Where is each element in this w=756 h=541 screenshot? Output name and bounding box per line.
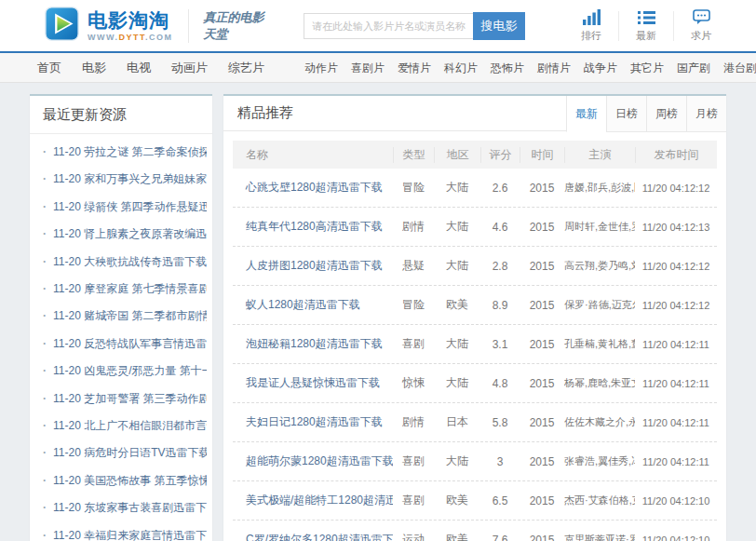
region-cell: 大陆 <box>434 453 480 469</box>
resource-link[interactable]: 11-20 家和万事兴之兄弟姐妹家庭情感... <box>53 172 207 185</box>
quicklink-label: 求片 <box>691 29 711 43</box>
type-cell: 运动 <box>393 532 434 541</box>
search-input[interactable] <box>304 13 473 39</box>
pubdate-cell: 11/20 04:12:10 <box>635 534 717 541</box>
region-cell: 欧美 <box>434 297 480 313</box>
tab-inactive[interactable]: 周榜 <box>646 96 686 132</box>
resource-link[interactable]: 11-20 大秧歌抗战传奇迅雷下载 <box>53 255 207 268</box>
list-item: 11-20 摩登家庭 第七季情景喜剧迅雷 <box>43 276 207 303</box>
pubdate-cell: 11/20 04:12:12 <box>635 183 717 194</box>
movie-title-link[interactable]: 我是证人悬疑惊悚迅雷下载 <box>233 375 393 391</box>
list-item: 11-20 家和万事兴之兄弟姐妹家庭情感... <box>43 166 207 193</box>
resource-link[interactable]: 11-20 幸福归来家庭言情迅雷下载 <box>53 529 207 541</box>
region-cell: 大陆 <box>434 336 480 352</box>
column-header: 地区 <box>434 147 480 163</box>
movie-title-link[interactable]: 心跳戈壁1280超清迅雷下载 <box>233 180 393 196</box>
region-cell: 欧美 <box>434 532 480 541</box>
recent-updates-list: 11-20 劳拉之谜 第二季命案侦探迅雷11-20 家和万事兴之兄弟姐妹家庭情感… <box>30 134 212 541</box>
recent-updates-title: 最近更新资源 <box>30 96 212 134</box>
resource-link[interactable]: 11-20 绿箭侠 第四季动作悬疑迅雷下 <box>53 200 207 213</box>
resource-link[interactable]: 11-20 美国恐怖故事 第五季惊悚悬疑 <box>53 474 207 487</box>
latest-list-icon <box>638 9 655 25</box>
nav-primary-link[interactable]: 综艺片 <box>228 61 264 74</box>
resource-link[interactable]: 11-20 病危时分日语TV迅雷下载 <box>53 446 207 459</box>
column-header: 评分 <box>480 147 520 163</box>
resource-link[interactable]: 11-20 凶鬼恶灵/邪恶力量 第十一季魔... <box>53 364 207 377</box>
year-cell: 2015 <box>520 534 564 541</box>
resource-link[interactable]: 11-20 摩登家庭 第七季情景喜剧迅雷 <box>53 282 207 295</box>
tab-inactive[interactable]: 日榜 <box>606 96 646 132</box>
year-cell: 2015 <box>520 338 564 351</box>
nav-genre-link[interactable]: 剧情片 <box>537 61 571 74</box>
stars-cell: 杨幂,鹿晗,朱亚文,王景春,刘芮麟 <box>564 376 635 390</box>
nav-genre-link[interactable]: 战争片 <box>584 61 617 74</box>
type-cell: 剧情 <box>393 414 434 430</box>
quicklink-ranking[interactable]: 排行 <box>564 9 618 43</box>
nav-genre-link[interactable]: 喜剧片 <box>351 61 385 74</box>
nav-genres-group: 动作片喜剧片爱情片科幻片恐怖片剧情片战争片其它片国产剧港台剧欧美剧日韩剧 <box>298 59 756 76</box>
type-cell: 喜剧 <box>393 336 434 352</box>
score-cell: 7.6 <box>480 534 520 541</box>
movie-title-link[interactable]: C罗/罗纳尔多1280超清迅雷下载 <box>233 532 393 541</box>
search-movie-button[interactable]: 搜电影 <box>473 12 525 40</box>
nav-genre-link[interactable]: 恐怖片 <box>491 61 524 74</box>
table-row: 人皮拼图1280超清迅雷下载悬疑大陆2.82015高云翔,娄乃鸣,刘言语,马少骅… <box>233 247 717 286</box>
nav-genre-link[interactable]: 科幻片 <box>444 61 478 74</box>
movie-title-link[interactable]: 美式极端/超能特工1280超清迅雷 <box>233 493 393 508</box>
play-triangle-logo-icon <box>45 7 79 45</box>
movie-title-link[interactable]: 泡妞秘籍1280超清迅雷下载 <box>233 336 393 352</box>
nav-genre-link[interactable]: 国产剧 <box>677 61 710 74</box>
column-header: 时间 <box>520 147 564 163</box>
nav-genre-link[interactable]: 动作片 <box>304 61 338 74</box>
main-column: 精品推荐 最新日榜周榜月榜 名称类型地区评分时间主演发布时间 心跳戈壁1280超… <box>223 94 726 541</box>
resource-link[interactable]: 11-20 北上广不相信眼泪都市言情迅雷... <box>53 419 207 432</box>
pubdate-cell: 11/20 04:12:12 <box>635 261 717 272</box>
resource-link[interactable]: 11-20 芝加哥警署 第三季动作剧情迅 <box>53 392 207 405</box>
table-row: 纯真年代1280高清迅雷下载剧情大陆4.62015周时轩,金世佳,罗湘晋,刘宣迪… <box>233 208 717 247</box>
nav-primary-link[interactable]: 电影 <box>82 61 106 74</box>
quicklink-latest[interactable]: 最新 <box>619 9 673 43</box>
region-cell: 欧美 <box>434 493 480 508</box>
search-bar: 搜电影 <box>304 12 525 40</box>
region-cell: 日本 <box>434 414 480 430</box>
stars-cell: 克里斯蒂亚诺·罗纳尔多, <box>564 533 635 541</box>
nav-genre-link[interactable]: 港台剧 <box>723 61 756 74</box>
movie-title-link[interactable]: 人皮拼图1280超清迅雷下载 <box>233 258 393 274</box>
score-cell: 2.8 <box>480 260 520 273</box>
movie-title-link[interactable]: 夫妇日记1280超清迅雷下载 <box>233 414 393 430</box>
resource-link[interactable]: 11-20 赌城帝国 第二季都市剧情迅雷 <box>53 309 207 322</box>
stars-cell: 孔垂楠,黄礼格,董玉峰,贾征宇,李 <box>564 337 635 351</box>
resource-link[interactable]: 11-20 反恐特战队军事言情迅雷下载 <box>53 337 207 350</box>
nav-primary-link[interactable]: 动画片 <box>171 61 208 74</box>
main-nav: 首页电影电视动画片综艺片 动作片喜剧片爱情片科幻片恐怖片剧情片战争片其它片国产剧… <box>0 53 756 83</box>
site-title: 电影淘淘 <box>88 10 173 30</box>
quicklink-request[interactable]: 求片 <box>674 9 728 43</box>
logo-text: 电影淘淘 WWW.DYTT.COM <box>88 10 173 42</box>
nav-genre-link[interactable]: 爱情片 <box>398 61 431 74</box>
tab-inactive[interactable]: 月榜 <box>686 96 726 132</box>
nav-genre-link[interactable]: 其它片 <box>630 61 664 74</box>
resource-link[interactable]: 11-20 肾上腺素之夜原著改编迅雷下载 <box>53 227 207 240</box>
table-header-row: 名称类型地区评分时间主演发布时间 <box>233 141 717 169</box>
list-item: 11-20 反恐特战队军事言情迅雷下载 <box>43 331 207 358</box>
movie-title-link[interactable]: 超能萌尔蒙1280超清迅雷下载 <box>233 453 393 469</box>
movie-title-link[interactable]: 蚁人1280超清迅雷下载 <box>233 297 393 313</box>
column-header: 类型 <box>393 147 434 163</box>
column-header: 发布时间 <box>635 147 717 163</box>
nav-primary-link[interactable]: 首页 <box>37 61 61 74</box>
resource-link[interactable]: 11-20 劳拉之谜 第二季命案侦探迅雷 <box>53 145 207 158</box>
movie-title-link[interactable]: 纯真年代1280高清迅雷下载 <box>233 219 393 235</box>
list-item: 11-20 幸福归来家庭言情迅雷下载 <box>43 522 207 541</box>
pubdate-cell: 11/20 04:12:12 <box>635 300 717 311</box>
site-logo[interactable]: 电影淘淘 WWW.DYTT.COM <box>45 7 173 45</box>
year-cell: 2015 <box>520 416 564 429</box>
list-item: 11-20 东坡家事古装喜剧迅雷下载 <box>43 494 207 521</box>
score-cell: 3 <box>480 455 520 468</box>
tab-active[interactable]: 最新 <box>566 96 606 132</box>
resource-link[interactable]: 11-20 东坡家事古装喜剧迅雷下载 <box>53 501 207 514</box>
stars-cell: 周时轩,金世佳,罗湘晋,刘宣迪,严 <box>564 220 635 234</box>
nav-primary-link[interactable]: 电视 <box>127 61 151 74</box>
ranking-tabs: 最新日榜周榜月榜 <box>566 96 726 130</box>
list-item: 11-20 肾上腺素之夜原著改编迅雷下载 <box>43 221 207 248</box>
pubdate-cell: 11/20 04:12:13 <box>635 222 717 233</box>
